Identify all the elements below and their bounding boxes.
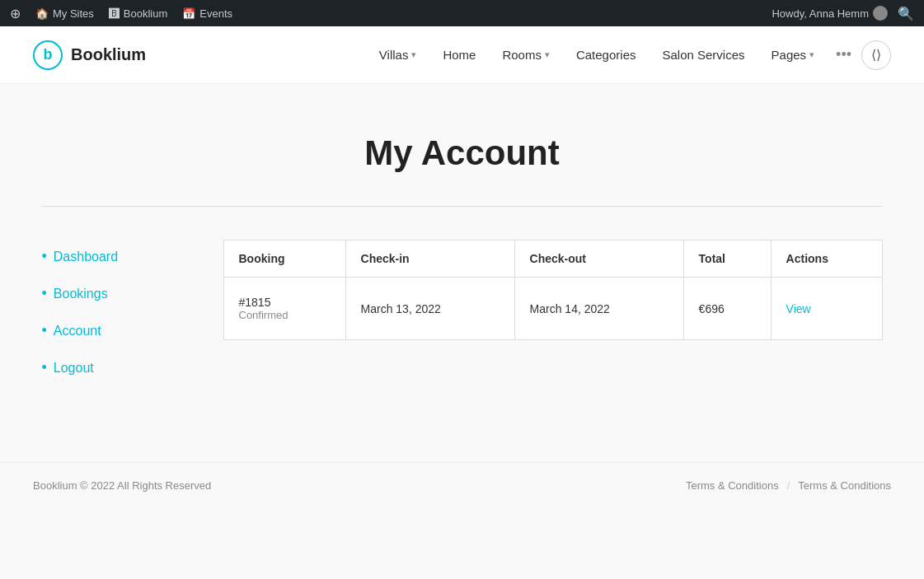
nav-home-label: Home: [443, 48, 476, 62]
nav-item-home[interactable]: Home: [431, 41, 487, 68]
chevron-down-icon: ▾: [809, 49, 814, 60]
footer-links: Terms & Conditions / Terms & Conditions: [686, 479, 891, 492]
logo-text: Booklium: [71, 45, 146, 64]
cell-booking: #1815 Confirmed: [223, 278, 345, 340]
booking-status: Confirmed: [239, 309, 331, 321]
nav-item-rooms[interactable]: Rooms ▾: [490, 41, 561, 68]
bookings-table: Booking Check-in Check-out Total Actions…: [223, 240, 883, 340]
nav-pages-label: Pages: [772, 48, 807, 62]
col-checkin: Check-in: [345, 240, 514, 278]
view-booking-link[interactable]: View: [786, 302, 811, 315]
table-header-row: Booking Check-in Check-out Total Actions: [223, 240, 882, 278]
nav-categories-label: Categories: [576, 48, 636, 62]
footer-copyright: Booklium © 2022 All Rights Reserved: [33, 479, 211, 492]
admin-booklium[interactable]: 🅱 Booklium: [109, 7, 167, 20]
main-content: My Account Dashboard Bookings Account Lo…: [9, 84, 916, 462]
admin-events[interactable]: 📅 Events: [182, 7, 232, 20]
nav-item-pages[interactable]: Pages ▾: [760, 41, 827, 68]
admin-howdy[interactable]: Howdy, Anna Hemm: [772, 6, 888, 21]
divider: [42, 206, 883, 207]
table-row: #1815 Confirmed March 13, 2022 March 14,…: [223, 278, 882, 340]
nav-item-salon-services[interactable]: Salon Services: [650, 41, 756, 68]
admin-howdy-label: Howdy, Anna Hemm: [772, 7, 869, 20]
admin-bar-left: ⊕ 🏠 My Sites 🅱 Booklium 📅 Events: [10, 6, 755, 21]
admin-events-label: Events: [199, 7, 232, 20]
nav-share-button[interactable]: ⟨⟩: [861, 40, 891, 70]
nav-links: Villas ▾ Home Rooms ▾ Categories Salon S…: [368, 40, 891, 70]
booklium-icon: 🅱: [109, 7, 120, 20]
cell-checkout: March 14, 2022: [514, 278, 683, 340]
sidebar-item-dashboard: Dashboard: [42, 248, 174, 265]
sidebar-item-logout: Logout: [42, 359, 174, 376]
cell-total: €696: [683, 278, 771, 340]
footer-link-terms-2[interactable]: Terms & Conditions: [798, 479, 891, 492]
cell-checkin: March 13, 2022: [345, 278, 514, 340]
account-layout: Dashboard Bookings Account Logout Bookin…: [42, 240, 883, 396]
site-footer: Booklium © 2022 All Rights Reserved Term…: [0, 462, 924, 508]
sidebar-nav: Dashboard Bookings Account Logout: [42, 240, 174, 396]
chevron-down-icon: ▾: [545, 49, 550, 60]
col-total: Total: [683, 240, 771, 278]
chevron-down-icon: ▾: [411, 49, 416, 60]
main-nav: b Booklium Villas ▾ Home Rooms ▾ Categor…: [0, 26, 924, 84]
avatar: [873, 6, 888, 21]
table-header: Booking Check-in Check-out Total Actions: [223, 240, 882, 278]
footer-link-terms-1[interactable]: Terms & Conditions: [686, 479, 779, 492]
nav-item-villas[interactable]: Villas ▾: [368, 41, 429, 68]
my-sites-icon: 🏠: [35, 7, 49, 20]
sidebar-item-bookings: Bookings: [42, 285, 174, 302]
nav-item-categories[interactable]: Categories: [565, 41, 648, 68]
admin-search-button[interactable]: 🔍: [898, 6, 914, 21]
booking-number: #1815: [239, 296, 331, 309]
table-body: #1815 Confirmed March 13, 2022 March 14,…: [223, 278, 882, 340]
col-booking: Booking: [223, 240, 345, 278]
cell-action: View: [771, 278, 882, 340]
sidebar-link-logout[interactable]: Logout: [54, 361, 94, 376]
nav-more-button[interactable]: •••: [829, 40, 858, 70]
sidebar-item-account: Account: [42, 322, 174, 339]
my-sites-label: My Sites: [53, 7, 94, 20]
nav-villas-label: Villas: [379, 48, 409, 62]
logo-area: b Booklium: [33, 40, 146, 70]
sidebar-link-dashboard[interactable]: Dashboard: [54, 250, 118, 264]
admin-bar: ⊕ 🏠 My Sites 🅱 Booklium 📅 Events Howdy, …: [0, 0, 924, 26]
admin-booklium-label: Booklium: [124, 7, 167, 20]
sidebar-link-account[interactable]: Account: [54, 324, 101, 339]
admin-my-sites[interactable]: 🏠 My Sites: [35, 7, 94, 20]
wordpress-icon: ⊕: [10, 6, 21, 21]
col-checkout: Check-out: [514, 240, 683, 278]
sidebar-link-bookings[interactable]: Bookings: [54, 287, 108, 301]
nav-salon-label: Salon Services: [662, 48, 744, 62]
col-actions: Actions: [771, 240, 882, 278]
page-title: My Account: [42, 133, 883, 173]
admin-wp-icon[interactable]: ⊕: [10, 6, 21, 21]
logo-icon: b: [33, 40, 63, 70]
events-icon: 📅: [182, 7, 195, 20]
admin-bar-right: Howdy, Anna Hemm 🔍: [772, 6, 914, 21]
nav-rooms-label: Rooms: [502, 48, 542, 62]
footer-divider: /: [787, 479, 790, 492]
